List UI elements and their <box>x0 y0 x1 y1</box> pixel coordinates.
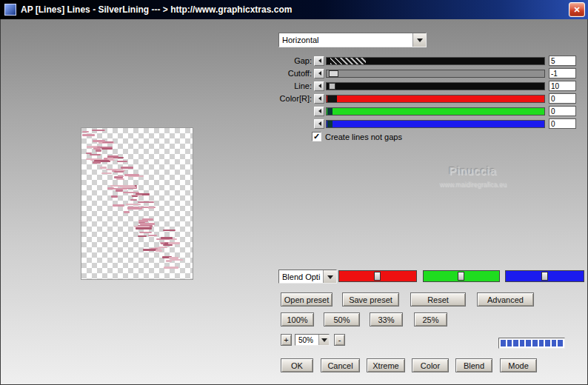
color-g-slider-track[interactable] <box>326 107 545 116</box>
cutoff-slider-row: Cutoff: -1 <box>273 68 577 78</box>
zoom-level-dropdown[interactable]: 50% <box>295 334 330 346</box>
preview-line-mark <box>112 188 127 190</box>
left-arrow-icon <box>316 121 321 126</box>
mode-button[interactable]: Mode <box>500 358 537 372</box>
cutoff-value-field[interactable]: -1 <box>549 68 576 78</box>
checkbox-box[interactable]: ✓ <box>312 132 321 141</box>
green-channel-thumb[interactable] <box>458 272 464 281</box>
preview-line-mark <box>136 227 152 230</box>
preview-line-mark <box>93 161 101 164</box>
reset-button[interactable]: Reset <box>410 292 466 307</box>
chevron-down-icon[interactable] <box>412 33 426 47</box>
preview-line-mark <box>142 218 153 221</box>
preview-line-mark <box>124 174 139 176</box>
progress-segment <box>558 340 563 346</box>
preview-line-mark <box>161 237 173 239</box>
red-channel-slider[interactable] <box>338 270 417 282</box>
left-arrow-icon <box>316 58 321 63</box>
preview-line-mark <box>90 154 101 155</box>
zoom-100-button[interactable]: 100% <box>281 312 314 327</box>
preview-line-mark <box>169 257 178 259</box>
zoom-50-button[interactable]: 50% <box>324 312 360 327</box>
line-left-arrow-button[interactable] <box>314 81 324 91</box>
close-icon: ✕ <box>573 5 580 15</box>
blend-button[interactable]: Blend <box>455 358 492 372</box>
preview-line-mark <box>123 192 139 193</box>
direction-dropdown-value: Horizontal <box>279 36 412 44</box>
preview-line-mark <box>134 226 150 227</box>
color-g-left-arrow-button[interactable] <box>314 107 324 116</box>
preview-line-mark <box>138 235 147 237</box>
chevron-down-icon[interactable] <box>323 270 336 283</box>
color-r-slider-thumb[interactable] <box>327 96 337 102</box>
green-channel-slider[interactable] <box>423 270 500 282</box>
blue-channel-slider[interactable] <box>505 270 584 282</box>
line-slider-track[interactable] <box>326 82 545 90</box>
progress-segment <box>532 340 538 346</box>
titlebar: AP [Lines] Lines - SilverLining --- > ht… <box>0 0 588 19</box>
progress-bar <box>498 338 565 349</box>
cutoff-left-arrow-button[interactable] <box>314 69 324 78</box>
preview-line-mark <box>148 207 154 209</box>
close-button[interactable]: ✕ <box>569 2 585 17</box>
gap-left-arrow-button[interactable] <box>314 56 324 66</box>
blend-options-dropdown[interactable]: Blend Opti <box>278 270 337 284</box>
color-r-slider-track[interactable] <box>326 95 545 103</box>
preview-line-mark <box>158 247 167 248</box>
line-slider-row: Line: 10 <box>273 81 577 91</box>
gap-slider-row: Gap: 5 <box>273 56 577 66</box>
progress-segment <box>513 340 518 346</box>
cancel-button[interactable]: Cancel <box>321 358 360 372</box>
preview-line-mark <box>140 223 155 225</box>
preview-line-mark <box>116 190 123 192</box>
open-preset-button[interactable]: Open preset <box>281 292 333 307</box>
blue-channel-thumb[interactable] <box>541 272 548 281</box>
color-b-slider-thumb[interactable] <box>327 121 333 127</box>
line-value-field[interactable]: 10 <box>549 81 576 91</box>
color-g-value-field[interactable]: 0 <box>549 106 576 116</box>
color-b-left-arrow-button[interactable] <box>314 119 324 129</box>
checkbox-label: Create lines not gaps <box>325 133 402 141</box>
preview-line-mark <box>86 153 92 154</box>
ok-button[interactable]: OK <box>281 358 313 372</box>
color-g-slider-thumb[interactable] <box>327 108 333 115</box>
gap-slider-track[interactable] <box>326 57 545 65</box>
color-button[interactable]: Color <box>412 358 449 372</box>
preview-line-mark <box>127 207 139 208</box>
cutoff-label: Cutoff: <box>273 69 313 78</box>
gap-value-field[interactable]: 5 <box>549 56 576 66</box>
left-arrow-icon <box>316 71 321 76</box>
app-icon <box>4 4 16 16</box>
left-arrow-icon <box>316 96 321 101</box>
red-channel-thumb[interactable] <box>374 272 381 281</box>
color-r-left-arrow-button[interactable] <box>314 94 324 104</box>
line-slider-thumb[interactable] <box>329 83 335 90</box>
plugin-window: AP [Lines] Lines - SilverLining --- > ht… <box>0 0 588 385</box>
preview-line-mark <box>96 150 101 152</box>
direction-dropdown[interactable]: Horizontal <box>278 33 427 47</box>
color-b-value-field[interactable]: 0 <box>549 118 576 129</box>
color-b-slider-track[interactable] <box>326 120 545 128</box>
preview-line-mark <box>121 167 133 169</box>
dialog-body: Horizontal Gap: 5 Cutoff: -1 Line: 10 Co… <box>0 19 588 385</box>
create-lines-checkbox[interactable]: ✓ Create lines not gaps <box>312 132 402 141</box>
preview-line-mark <box>130 199 137 201</box>
chevron-down-icon[interactable] <box>318 335 329 345</box>
color-r-value-field[interactable]: 0 <box>549 93 576 104</box>
zoom-in-button[interactable]: + <box>281 334 292 346</box>
preview-line-mark <box>93 140 105 142</box>
progress-segment <box>526 340 531 346</box>
gap-slider-thumb[interactable] <box>330 58 366 64</box>
zoom-25-button[interactable]: 25% <box>414 312 447 327</box>
gap-label: Gap: <box>273 56 313 65</box>
preview-line-mark <box>138 201 154 203</box>
zoom-out-button[interactable]: - <box>334 334 345 346</box>
save-preset-button[interactable]: Save preset <box>342 292 399 307</box>
zoom-33-button[interactable]: 33% <box>370 312 403 327</box>
cutoff-slider-thumb[interactable] <box>329 70 338 77</box>
advanced-button[interactable]: Advanced <box>477 292 534 307</box>
cutoff-slider-track[interactable] <box>326 70 545 78</box>
preview-line-mark <box>116 178 124 180</box>
preview-line-mark <box>101 148 113 150</box>
xtreme-button[interactable]: Xtreme <box>367 358 405 372</box>
